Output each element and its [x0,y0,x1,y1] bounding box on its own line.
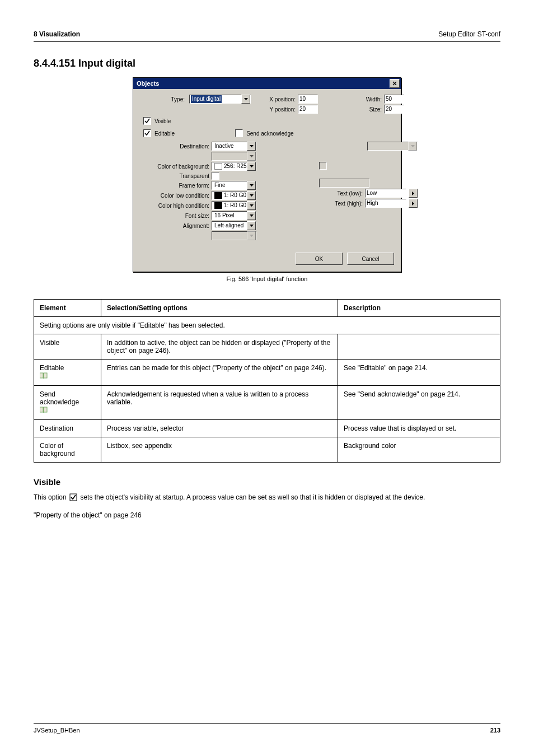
svg-rect-4 [44,407,47,412]
footer-right: 213 [490,727,500,734]
right-grey-checkbox [319,162,327,170]
cell-editable-label: Editable [34,360,101,386]
extra-combo [212,231,256,240]
align-value: Left-aligned [213,222,245,230]
table-row: Editable Entries can be made for this ob… [34,360,500,386]
bg-label: Color of background: [140,164,209,170]
size-value: 20 [386,105,392,113]
xpos-input[interactable]: 10 [298,95,318,104]
body-paragraph-1: This option sets the object's visibility… [34,492,500,505]
transparent-checkbox[interactable] [212,172,219,180]
texthigh-value: High [367,199,378,207]
width-label: Width: [359,96,382,102]
visible-label: Visible [154,118,171,124]
footer-left: JVSetup_BHBen [34,727,80,734]
header-right: Setup Editor ST-conf [438,30,500,38]
cell-sendack-desc: See "Send acknowledge" on page 214. [338,386,500,420]
textlow-label: Text (low): [319,190,363,197]
figure-caption: Fig. 566 'Input digital' function [227,276,308,282]
svg-rect-6 [70,494,77,501]
top-grid: Type: Input digital X position: 10 Width… [140,95,394,114]
frame-label: Frame form: [140,183,209,189]
bg-combo[interactable]: 256: R255 G255 B255 [212,162,256,171]
cell-visible-label: Visible [34,334,101,360]
highc-value: 1: R0 G0 B0 [224,202,247,208]
sendack-checkbox[interactable] [235,129,243,137]
cell-sendack-label: Send acknowledge [34,386,101,420]
editable-checkbox[interactable] [143,129,151,137]
width-value: 50 [386,95,392,103]
cell-sendack-opts: Acknowledgement is requested when a valu… [101,386,338,420]
table-row: Visible In addition to active, the objec… [34,334,500,360]
size-label: Size: [359,106,382,113]
width-input[interactable]: 50 [384,95,404,104]
align-combo[interactable]: Left-aligned [212,221,256,230]
para1b: sets the object's visibility at startup.… [80,493,425,501]
ypos-label: Y position: [261,106,296,113]
type-combo[interactable]: Input digital [189,95,251,104]
chevron-down-icon [241,95,250,104]
svg-rect-3 [40,407,43,412]
page-footer: JVSetup_BHBen 213 [34,723,500,734]
type-value: Input digital [191,95,222,103]
th-element: Element [34,300,101,317]
page-header: 8 Visualization Setup Editor ST-conf [34,30,500,42]
cell-editable-opts: Entries can be made for this object ("Pr… [101,360,338,386]
cell-bg-desc: Background color [338,437,500,463]
cell-dest-opts: Process variable, selector [101,420,338,437]
editable-label: Editable [154,130,175,137]
cell-editable-desc: See "Editable" on page 214. [338,360,500,386]
close-button[interactable] [390,79,400,88]
highc-label: Color high condition: [140,203,209,209]
right-disabled-combo [319,179,369,188]
para1a: This option [34,493,68,501]
align-label: Alignment: [140,223,209,229]
objects-dialog: Objects Type: Input digital X position: … [133,77,401,272]
destination-sub-combo[interactable] [212,152,256,161]
textlow-ext-button[interactable] [409,189,418,198]
th-options: Selection/Setting options [101,300,338,317]
cancel-button[interactable]: Cancel [347,253,394,265]
dialog-title: Objects [137,80,159,87]
texthigh-input[interactable]: High [365,199,406,208]
texthigh-label: Text (high): [319,200,363,207]
destination-value: Inactive [213,142,235,150]
body-paragraph-2: "Property of the object" on page 246 [34,510,500,521]
right-empty-combo [367,142,418,151]
settings-table: Element Selection/Setting options Descri… [34,299,500,463]
texthigh-ext-button[interactable] [409,199,418,208]
type-label: Type: [140,96,187,102]
ypos-input[interactable]: 20 [298,105,318,114]
inline-checkbox-icon [69,493,77,505]
visible-checkbox[interactable] [143,117,151,125]
header-left: 8 Visualization [34,30,80,38]
figure: Objects Type: Input digital X position: … [34,77,500,282]
table-row: Send acknowledge Acknowledgement is requ… [34,386,500,420]
table-row: Color of background Listbox, see appendi… [34,437,500,463]
font-value: 16 Pixel [213,212,236,220]
bg-value: 256: R255 G255 B255 [224,163,247,169]
visible-heading: Visible [34,477,500,487]
transparent-label: Transparent [140,173,209,179]
frame-value: Fine [213,181,226,189]
destination-label: Destination: [140,143,209,150]
highc-combo[interactable]: 1: R0 G0 B0 [212,201,256,210]
font-label: Font size: [140,213,209,219]
lowc-combo[interactable]: 1: R0 G0 B0 [212,191,256,200]
th-desc: Description [338,300,500,317]
ok-button[interactable]: OK [296,253,343,265]
svg-rect-0 [40,373,43,378]
textlow-input[interactable]: Low [365,189,406,198]
font-combo[interactable]: 16 Pixel [212,211,256,220]
cell-dest-label: Destination [34,420,101,437]
destination-combo[interactable]: Inactive [212,142,256,151]
size-input[interactable]: 20 [384,105,404,114]
close-icon [392,81,397,86]
sendack-label: Send acknowledge [246,130,294,137]
lowc-label: Color low condition: [140,193,209,199]
cell-dest-desc: Process value that is displayed or set. [338,420,500,437]
xpos-label: X position: [261,96,296,102]
frame-combo[interactable]: Fine [212,181,256,190]
xpos-value: 10 [299,95,306,103]
lowc-value: 1: R0 G0 B0 [224,192,247,198]
